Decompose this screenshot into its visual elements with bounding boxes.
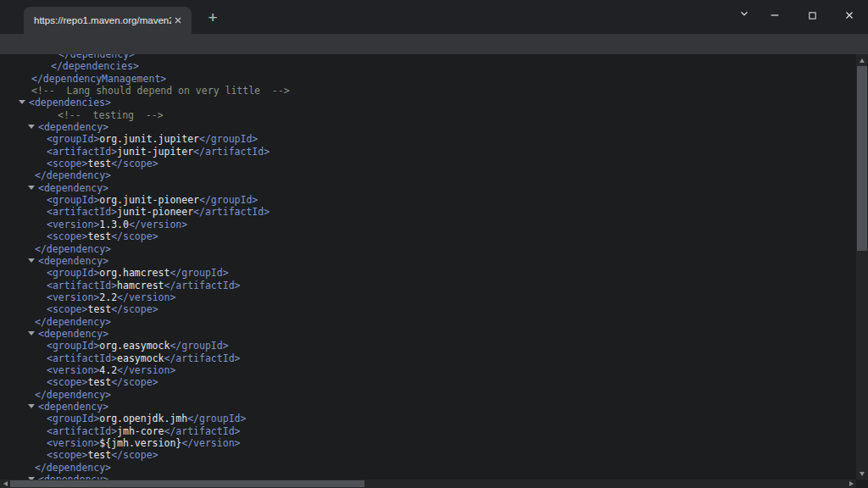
xml-text: 2.2 bbox=[99, 291, 117, 303]
xml-line: <dependencies> bbox=[0, 97, 856, 108]
collapse-toggle-icon[interactable] bbox=[28, 331, 35, 336]
xml-tag: </scope> bbox=[111, 303, 158, 315]
scroll-up-button[interactable] bbox=[856, 54, 868, 66]
xml-text: test bbox=[87, 449, 111, 461]
scroll-right-button[interactable] bbox=[846, 480, 856, 488]
xml-tag: <version> bbox=[47, 437, 99, 449]
xml-tag: </scope> bbox=[111, 376, 158, 388]
xml-text: 4.2 bbox=[99, 364, 117, 376]
xml-line: <scope>test</scope> bbox=[0, 376, 856, 388]
xml-text: test bbox=[87, 158, 111, 169]
xml-line: <!-- testing --> bbox=[0, 109, 856, 121]
xml-text: junit-pioneer bbox=[117, 206, 193, 218]
xml-text: org.easymock bbox=[99, 340, 170, 352]
xml-tag: <scope> bbox=[47, 376, 87, 388]
xml-text: test bbox=[87, 303, 111, 315]
xml-tag: </dependency> bbox=[35, 169, 111, 181]
xml-text: hamcrest bbox=[117, 280, 164, 291]
xml-line: <dependency> bbox=[0, 328, 856, 340]
xml-tag: <dependency> bbox=[38, 255, 108, 267]
xml-tag: <dependency> bbox=[38, 182, 108, 194]
xml-tag: </version> bbox=[181, 437, 240, 449]
xml-text: 1.3.0 bbox=[99, 219, 129, 230]
xml-tag: </dependency> bbox=[35, 462, 111, 474]
close-button[interactable] bbox=[831, 0, 868, 34]
xml-tag: <version> bbox=[47, 291, 99, 303]
xml-text: org.hamcrest bbox=[99, 267, 170, 279]
collapse-toggle-icon[interactable] bbox=[28, 404, 35, 408]
collapse-toggle-icon[interactable] bbox=[19, 100, 25, 104]
xml-tag: </scope> bbox=[111, 158, 158, 169]
xml-line: </dependency> bbox=[0, 389, 856, 401]
xml-tag: <groupId> bbox=[47, 267, 99, 279]
xml-tree: </dependency></dependencies></dependency… bbox=[0, 54, 856, 480]
xml-line: <!-- Lang should depend on very little -… bbox=[0, 85, 856, 97]
xml-comment: <!-- Lang should depend on very little -… bbox=[31, 85, 290, 97]
new-tab-button[interactable]: + bbox=[203, 8, 222, 27]
xml-text: org.openjdk.jmh bbox=[99, 413, 187, 424]
tab-close-icon[interactable] bbox=[171, 14, 185, 27]
xml-line: <version>1.3.0</version> bbox=[0, 219, 856, 230]
xml-text: org.junit.jupiter bbox=[99, 133, 199, 145]
xml-line: <artifactId>easymock</artifactId> bbox=[0, 352, 856, 364]
horizontal-scroll-thumb[interactable] bbox=[10, 480, 364, 487]
xml-tag: <groupId> bbox=[47, 413, 99, 424]
navigation-toolbar: repo1.maven.org/maven2/org/apache/common… bbox=[0, 34, 868, 54]
xml-tag: </version> bbox=[117, 291, 175, 303]
xml-line: <dependency> bbox=[0, 401, 856, 413]
xml-tag: </scope> bbox=[111, 449, 158, 461]
collapse-toggle-icon[interactable] bbox=[28, 186, 35, 190]
scrollbar-corner bbox=[856, 480, 868, 488]
arrow-left-icon bbox=[3, 481, 8, 486]
browser-tab[interactable]: https://repo1.maven.org/maven2 bbox=[24, 7, 192, 34]
xml-text: easymock bbox=[117, 352, 164, 364]
xml-tag: </artifactId> bbox=[164, 280, 240, 291]
horizontal-scrollbar[interactable] bbox=[0, 480, 856, 488]
xml-line: <version>4.2</version> bbox=[0, 364, 856, 376]
tab-search-button[interactable] bbox=[732, 3, 756, 27]
xml-line: <version>${jmh.version}</version> bbox=[0, 437, 856, 449]
xml-tag: </dependency> bbox=[35, 389, 111, 401]
xml-line: <scope>test</scope> bbox=[0, 449, 856, 461]
xml-tag: <scope> bbox=[47, 449, 87, 461]
collapse-toggle-icon[interactable] bbox=[28, 125, 35, 129]
xml-text: org.junit-pioneer bbox=[99, 194, 199, 206]
xml-tag: </artifactId> bbox=[193, 146, 270, 158]
xml-tag: <dependency> bbox=[38, 121, 108, 133]
xml-tag: </artifactId> bbox=[164, 352, 240, 364]
xml-line: </dependency> bbox=[0, 243, 856, 255]
xml-line: <groupId>org.openjdk.jmh</groupId> bbox=[0, 413, 856, 424]
xml-line: <artifactId>junit-pioneer</artifactId> bbox=[0, 206, 856, 218]
xml-tag: </dependencies> bbox=[51, 60, 139, 72]
xml-line: <scope>test</scope> bbox=[0, 230, 856, 242]
xml-tag: <scope> bbox=[47, 230, 87, 242]
xml-line: <artifactId>hamcrest</artifactId> bbox=[0, 280, 856, 291]
xml-text: ${jmh.version} bbox=[99, 437, 181, 449]
xml-line: </dependency> bbox=[0, 169, 856, 181]
xml-tag: <artifactId> bbox=[47, 425, 117, 437]
scroll-left-button[interactable] bbox=[0, 480, 10, 488]
maximize-button[interactable] bbox=[793, 0, 831, 34]
xml-line: <dependency> bbox=[0, 182, 856, 194]
xml-tag: <scope> bbox=[47, 158, 87, 169]
xml-line: <scope>test</scope> bbox=[0, 158, 856, 169]
xml-tag: </artifactId> bbox=[193, 206, 270, 218]
xml-line: </dependencies> bbox=[0, 60, 856, 72]
vertical-scrollbar[interactable] bbox=[856, 54, 868, 480]
xml-tag: <artifactId> bbox=[47, 146, 117, 158]
xml-tag: <version> bbox=[47, 219, 99, 230]
xml-tag: <version> bbox=[47, 364, 99, 376]
arrow-right-icon bbox=[849, 481, 854, 486]
xml-viewer: </dependency></dependencies></dependency… bbox=[0, 54, 856, 480]
xml-tag: </version> bbox=[129, 219, 187, 230]
scroll-down-button[interactable] bbox=[856, 468, 868, 480]
xml-tag: <artifactId> bbox=[47, 352, 117, 364]
minimize-button[interactable] bbox=[756, 0, 793, 34]
xml-line: <groupId>org.easymock</groupId> bbox=[0, 340, 856, 352]
collapse-toggle-icon[interactable] bbox=[28, 258, 35, 263]
xml-tag: <dependency> bbox=[38, 328, 108, 340]
minimize-icon bbox=[769, 9, 781, 25]
vertical-scroll-thumb[interactable] bbox=[857, 66, 867, 251]
xml-line: <groupId>org.junit.jupiter</groupId> bbox=[0, 133, 856, 145]
xml-text: test bbox=[87, 230, 111, 242]
